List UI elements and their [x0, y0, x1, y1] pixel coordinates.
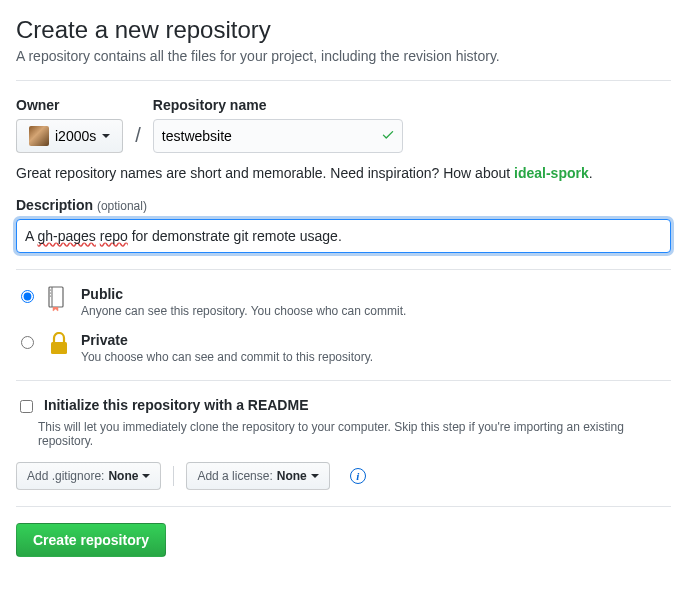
owner-dropdown[interactable]: i2000s [16, 119, 123, 153]
slash-separator: / [135, 124, 141, 153]
chevron-down-icon [311, 474, 319, 478]
public-subtitle: Anyone can see this repository. You choo… [81, 304, 406, 318]
page-subtitle: A repository contains all the files for … [16, 48, 671, 64]
divider [16, 80, 671, 81]
license-dropdown[interactable]: Add a license: None [186, 462, 329, 490]
svg-point-3 [50, 292, 51, 293]
chevron-down-icon [102, 134, 110, 138]
svg-point-4 [50, 295, 51, 296]
divider [16, 506, 671, 507]
create-repository-button[interactable]: Create repository [16, 523, 166, 557]
readme-subtitle: This will let you immediately clone the … [38, 420, 671, 448]
repo-name-label: Repository name [153, 97, 403, 113]
avatar [29, 126, 49, 146]
readme-label: Initialize this repository with a README [44, 397, 308, 413]
description-label: Description (optional) [16, 197, 671, 213]
suggestion-link[interactable]: ideal-spork [514, 165, 589, 181]
svg-rect-5 [51, 342, 67, 354]
chevron-down-icon [142, 474, 150, 478]
description-input[interactable]: A gh-pages repo for demonstrate git remo… [16, 219, 671, 253]
repo-name-input[interactable] [153, 119, 403, 153]
readme-checkbox[interactable] [20, 400, 33, 413]
public-title: Public [81, 286, 406, 302]
private-subtitle: You choose who can see and commit to thi… [81, 350, 373, 364]
page-title: Create a new repository [16, 16, 671, 44]
owner-label: Owner [16, 97, 123, 113]
lock-icon [47, 332, 71, 356]
owner-username: i2000s [55, 126, 96, 146]
gitignore-dropdown[interactable]: Add .gitignore: None [16, 462, 161, 490]
divider [16, 380, 671, 381]
divider [173, 466, 174, 486]
public-radio[interactable] [21, 290, 34, 303]
private-title: Private [81, 332, 373, 348]
divider [16, 269, 671, 270]
private-radio[interactable] [21, 336, 34, 349]
repo-icon [47, 286, 71, 312]
info-icon[interactable]: i [350, 468, 366, 484]
name-hint: Great repository names are short and mem… [16, 165, 671, 181]
svg-point-2 [50, 289, 51, 290]
